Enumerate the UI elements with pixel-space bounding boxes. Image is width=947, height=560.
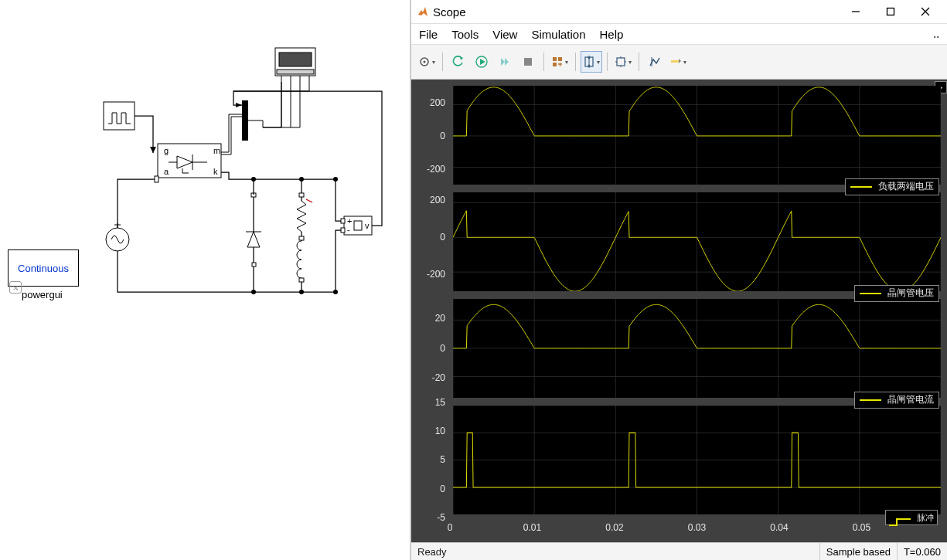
ytick: 10 — [435, 426, 445, 436]
svg-rect-63 — [617, 58, 625, 66]
autoscale-icon[interactable]: ▾ — [612, 51, 634, 73]
status-time: T=0.060 — [897, 543, 947, 560]
xtick: 0.02 — [605, 522, 623, 533]
xtick: 0.05 — [853, 522, 870, 533]
svg-marker-61 — [588, 57, 591, 59]
ytick: -20 — [432, 372, 445, 383]
svg-point-49 — [424, 61, 426, 63]
svg-marker-54 — [505, 58, 509, 66]
ytick: 15 — [435, 397, 445, 408]
legend-1: 负载两端电压 — [845, 178, 939, 195]
maximize-button[interactable] — [873, 1, 908, 22]
powergui-text: Continuous — [18, 263, 69, 274]
plot-1[interactable]: -2000200负载两端电压 — [414, 83, 944, 188]
status-bar: Ready Sample based T=0.060 — [411, 542, 947, 560]
vm-out: v — [365, 221, 370, 230]
vm-minus: - — [347, 225, 350, 234]
svg-point-36 — [299, 290, 304, 294]
thyristor-port-g: g — [164, 146, 169, 155]
plots-panel: ▸ -2000200负载两端电压-2000200晶闸管电压-20020晶闸管电流… — [411, 80, 947, 542]
svg-rect-20 — [155, 176, 158, 182]
scope-display-block[interactable] — [275, 48, 315, 82]
xtick: 0.03 — [688, 522, 706, 533]
svg-rect-10 — [279, 53, 312, 66]
settings-gear-icon[interactable]: ▾ — [416, 51, 438, 73]
menu-more-icon[interactable]: ․․ — [933, 29, 939, 40]
cursor-tool-icon[interactable]: ▾ — [581, 51, 602, 73]
svg-rect-57 — [558, 57, 562, 61]
title-bar: Scope — [411, 0, 947, 24]
ytick: 200 — [430, 195, 445, 205]
svg-marker-52 — [480, 59, 485, 65]
svg-point-37 — [251, 177, 256, 182]
simulink-canvas[interactable]: .wire { stroke:#000; stroke-width:1.25; … — [0, 0, 410, 560]
legend-label: 脉冲 — [917, 512, 934, 524]
window-title: Scope — [433, 5, 838, 19]
svg-rect-55 — [524, 58, 532, 66]
legend-label: 负载两端电压 — [878, 180, 934, 193]
ytick: -200 — [427, 269, 445, 280]
legend-4: 脉冲 — [885, 510, 938, 525]
mux-block[interactable] — [242, 100, 248, 141]
signal-selector-icon[interactable]: ▾ — [549, 51, 571, 73]
menu-help[interactable]: Help — [600, 28, 624, 41]
menu-simulation[interactable]: Simulation — [531, 28, 585, 41]
ytick: 0 — [440, 484, 445, 494]
step-back-button[interactable] — [448, 51, 469, 73]
thyristor-port-a: a — [164, 167, 169, 176]
svg-marker-8 — [236, 103, 242, 107]
minimize-button[interactable] — [838, 1, 873, 22]
highlight-icon[interactable]: ▾ — [667, 51, 689, 73]
thyristor-port-k: k — [213, 167, 218, 176]
ytick: 20 — [435, 313, 445, 324]
ytick: 0 — [440, 343, 445, 354]
plot-3[interactable]: -20020晶闸管电流 — [414, 296, 944, 401]
ytick: 0 — [440, 131, 445, 141]
ytick: -200 — [427, 164, 445, 175]
svg-point-26 — [251, 290, 256, 294]
stop-button[interactable] — [517, 51, 539, 73]
svg-rect-29 — [299, 193, 304, 197]
plot-4[interactable]: -5051015脉冲 — [414, 402, 944, 518]
svg-marker-50 — [460, 56, 463, 60]
measurements-icon[interactable] — [644, 51, 666, 73]
svg-point-43 — [333, 290, 338, 294]
ytick: 5 — [440, 454, 445, 465]
svg-point-35 — [299, 177, 304, 182]
svg-rect-0 — [104, 102, 135, 130]
svg-line-30 — [306, 199, 312, 202]
scope-window: Scope File Tools View Simulation Help ․․… — [410, 0, 947, 560]
step-forward-button[interactable] — [494, 51, 516, 73]
menu-tools[interactable]: Tools — [451, 28, 479, 41]
svg-rect-45 — [887, 8, 894, 15]
thyristor-block[interactable]: g m a k — [158, 144, 221, 178]
legend-3: 晶闸管电流 — [854, 392, 939, 409]
rl-load-block[interactable] — [297, 179, 312, 292]
close-button[interactable] — [908, 1, 942, 22]
svg-rect-34 — [299, 278, 304, 282]
status-text: Ready — [411, 546, 453, 558]
svg-rect-58 — [553, 63, 557, 66]
svg-rect-56 — [553, 57, 557, 61]
svg-marker-1 — [150, 147, 156, 153]
ytick: -5 — [437, 512, 445, 523]
diode-block[interactable] — [246, 193, 261, 292]
legend-label: 晶闸管电压 — [887, 287, 934, 300]
svg-point-42 — [333, 177, 338, 182]
svg-rect-11 — [277, 70, 314, 74]
menu-file[interactable]: File — [419, 28, 438, 41]
svg-marker-62 — [588, 64, 591, 66]
svg-rect-7 — [242, 100, 248, 141]
voltage-measurement-block[interactable]: + - v — [344, 216, 372, 235]
plot-2[interactable]: -2000200晶闸管电压 — [414, 189, 944, 294]
menu-view[interactable]: View — [492, 28, 517, 41]
svg-rect-32 — [299, 236, 304, 240]
menu-bar: File Tools View Simulation Help ․․ — [411, 24, 947, 45]
xtick: 0.01 — [523, 522, 541, 533]
svg-rect-41 — [341, 228, 345, 232]
toolbar: ▾ ▾ ▾ ▾ ▾ — [411, 45, 947, 80]
thyristor-port-m: m — [213, 146, 220, 155]
pulse-generator-block[interactable] — [104, 102, 135, 130]
run-button[interactable] — [471, 51, 492, 73]
xtick: 0.04 — [770, 522, 788, 533]
